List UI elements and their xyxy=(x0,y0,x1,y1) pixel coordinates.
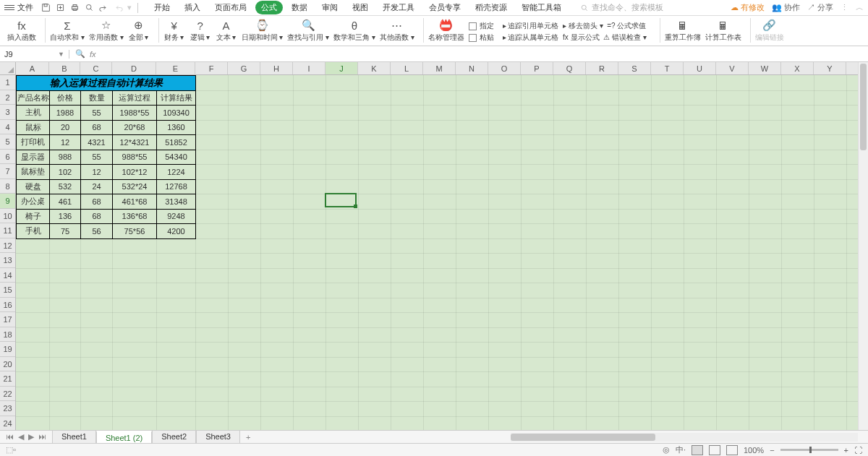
col-header-D[interactable]: D xyxy=(112,62,156,74)
row-header-20[interactable]: 20 xyxy=(0,357,15,372)
row-header-11[interactable]: 11 xyxy=(0,223,15,238)
col-header-F[interactable]: F xyxy=(195,62,228,74)
ribbon-10[interactable]: ⋯其他函数 ▾ xyxy=(380,18,414,43)
tab-5[interactable]: 审阅 xyxy=(316,1,344,14)
ribbon-9[interactable]: θ数学和三角 ▾ xyxy=(333,18,375,43)
zoom-fx-icon[interactable]: 🔍 xyxy=(75,49,85,59)
redo-icon[interactable] xyxy=(111,1,124,14)
sheet-tab-0[interactable]: Sheet1 xyxy=(52,431,96,444)
ribbon-7[interactable]: ⌚日期和时间 ▾ xyxy=(242,18,284,43)
sheet-tab-1[interactable]: Sheet1 (2) xyxy=(96,431,152,444)
row-header-2[interactable]: 2 xyxy=(0,90,15,106)
col-header-J[interactable]: J xyxy=(326,62,358,74)
col-header-L[interactable]: L xyxy=(391,62,423,74)
eye-icon[interactable]: ◎ xyxy=(663,445,670,455)
hamburger-icon[interactable] xyxy=(4,3,14,13)
row-header-8[interactable]: 8 xyxy=(0,179,15,194)
ribbon-6[interactable]: A文本 ▾ xyxy=(216,18,237,43)
vertical-scrollbar[interactable] xyxy=(858,62,868,430)
sheet-first-icon[interactable]: ⏮ xyxy=(6,432,14,442)
fx-icon[interactable]: fx xyxy=(90,50,96,59)
view-normal-icon[interactable] xyxy=(692,445,703,455)
undo-icon[interactable] xyxy=(97,1,110,14)
row-header-5[interactable]: 5 xyxy=(0,134,15,150)
zoom-slider[interactable] xyxy=(780,449,838,451)
print-icon[interactable] xyxy=(68,1,81,14)
row-header-6[interactable]: 6 xyxy=(0,150,15,165)
tab-0[interactable]: 开始 xyxy=(148,1,176,14)
record-macro-icon[interactable]: ⬚▫ xyxy=(6,445,16,455)
recalc-workbook[interactable]: 🖩重算工作簿 xyxy=(665,18,701,43)
save-icon[interactable] xyxy=(39,1,52,14)
sheet-tab-3[interactable]: Sheet3 xyxy=(196,431,240,444)
col-header-E[interactable]: E xyxy=(156,62,195,74)
row-header-22[interactable]: 22 xyxy=(0,387,15,402)
preview-icon[interactable] xyxy=(82,1,95,14)
col-header-R[interactable]: R xyxy=(586,62,618,74)
row-header-19[interactable]: 19 xyxy=(0,342,15,357)
row-header-10[interactable]: 10 xyxy=(0,209,15,224)
ribbon-5[interactable]: ?逻辑 ▾ xyxy=(190,18,211,43)
horizontal-scrollbar[interactable] xyxy=(511,433,858,442)
ime-indicator[interactable]: 中· xyxy=(676,444,686,455)
tab-3[interactable]: 公式 xyxy=(255,1,283,14)
ribbon-1[interactable]: Σ自动求和 ▾ xyxy=(50,18,85,43)
tab-8[interactable]: 会员专享 xyxy=(423,1,467,14)
col-header-Y[interactable]: Y xyxy=(814,62,846,74)
col-header-O[interactable]: O xyxy=(488,62,521,74)
sheet-tab-2[interactable]: Sheet2 xyxy=(152,431,196,444)
zoom-level[interactable]: 100% xyxy=(744,446,764,455)
col-header-W[interactable]: W xyxy=(749,62,781,74)
row-header-13[interactable]: 13 xyxy=(0,253,15,268)
view-break-icon[interactable] xyxy=(726,445,738,455)
row-header-7[interactable]: 7 xyxy=(0,164,15,179)
tab-9[interactable]: 稻壳资源 xyxy=(469,1,513,14)
tab-4[interactable]: 数据 xyxy=(286,1,313,14)
more-icon[interactable]: ⋮ xyxy=(841,3,848,12)
col-header-S[interactable]: S xyxy=(618,62,651,74)
row-header-16[interactable]: 16 xyxy=(0,298,15,313)
modified-indicator[interactable]: ☁ 有修改 xyxy=(731,2,765,13)
tab-7[interactable]: 开发工具 xyxy=(377,1,420,14)
add-sheet-button[interactable]: + xyxy=(240,433,256,442)
col-header-A[interactable]: A xyxy=(16,62,49,74)
row-header-1[interactable]: 1 xyxy=(0,75,15,90)
col-header-U[interactable]: U xyxy=(684,62,716,74)
zoom-out-button[interactable]: − xyxy=(770,446,774,455)
col-header-X[interactable]: X xyxy=(781,62,814,74)
col-header-I[interactable]: I xyxy=(293,62,326,74)
search-box[interactable]: 查找命令、搜索模板 xyxy=(580,2,663,13)
col-header-C[interactable]: C xyxy=(80,62,112,74)
ribbon-8[interactable]: 🔍查找与引用 ▾ xyxy=(287,18,329,43)
ribbon-0[interactable]: fx插入函数 xyxy=(7,18,36,43)
row-header-12[interactable]: 12 xyxy=(0,238,15,254)
spreadsheet-grid[interactable]: ABCDEFGHIJKLMNOPQRSTUVWXY 12345678910111… xyxy=(0,62,868,430)
view-layout-icon[interactable] xyxy=(709,445,720,455)
row-header-3[interactable]: 3 xyxy=(0,105,15,120)
tab-1[interactable]: 插入 xyxy=(179,1,206,14)
col-header-V[interactable]: V xyxy=(716,62,749,74)
ribbon-2[interactable]: ☆常用函数 ▾ xyxy=(89,18,124,43)
row-header-4[interactable]: 4 xyxy=(0,120,15,135)
coop-button[interactable]: 👥 协作 xyxy=(772,2,800,13)
fullscreen-icon[interactable]: ⛶ xyxy=(854,446,862,455)
col-header-H[interactable]: H xyxy=(260,62,293,74)
col-header-G[interactable]: G xyxy=(228,62,260,74)
row-header-24[interactable]: 24 xyxy=(0,416,15,431)
row-header-17[interactable]: 17 xyxy=(0,312,15,327)
calc-sheet[interactable]: 🖩计算工作表 xyxy=(705,18,741,43)
col-header-T[interactable]: T xyxy=(651,62,684,74)
col-header-Q[interactable]: Q xyxy=(553,62,586,74)
collapse-ribbon-icon[interactable]: ︿ xyxy=(856,2,864,13)
share-button[interactable]: ↗ 分享 xyxy=(807,2,833,13)
sheet-last-icon[interactable]: ⏭ xyxy=(38,432,46,442)
row-header-9[interactable]: 9 xyxy=(0,194,15,209)
col-header-N[interactable]: N xyxy=(456,62,488,74)
sheet-next-icon[interactable]: ▶ xyxy=(28,432,34,442)
tab-6[interactable]: 视图 xyxy=(346,1,374,14)
ribbon-3[interactable]: ⊕全部 ▾ xyxy=(128,18,150,43)
select-all-corner[interactable] xyxy=(0,62,16,75)
sheet-prev-icon[interactable]: ◀ xyxy=(18,432,24,442)
name-manager[interactable]: 📛名称管理器 xyxy=(428,18,464,43)
tab-10[interactable]: 智能工具箱 xyxy=(516,1,567,14)
